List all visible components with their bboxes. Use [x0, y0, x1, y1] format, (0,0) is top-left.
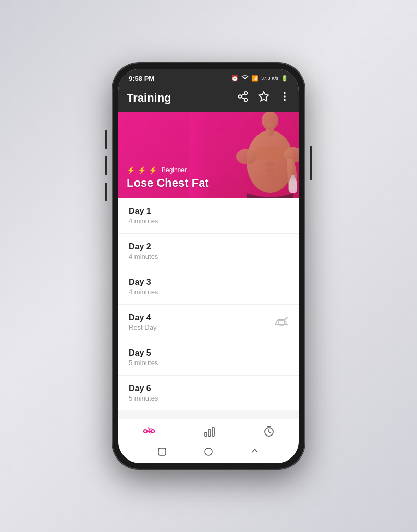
svg-point-0 [244, 92, 248, 95]
bolt-icon-2: ⚡ [138, 166, 146, 174]
triangle-icon [250, 447, 260, 456]
day-sub-1: 4 minutes [129, 217, 158, 225]
svg-marker-5 [259, 92, 268, 101]
android-back-btn[interactable] [157, 446, 167, 457]
svg-point-12 [267, 146, 286, 160]
square-icon [157, 447, 167, 456]
status-bar: 9:58 PM ⏰ 📶 37.3 K/s 🔋 [118, 69, 299, 86]
status-icons: ⏰ 📶 37.3 K/s 🔋 [231, 74, 288, 82]
day-info-4: Day 4 Rest Day [129, 313, 156, 331]
svg-point-14 [265, 168, 275, 173]
android-nav [118, 442, 299, 463]
bottom-nav [118, 419, 299, 442]
android-home-btn[interactable] [203, 446, 214, 457]
android-recent-btn[interactable] [250, 446, 260, 457]
day-name-2: Day 2 [129, 242, 158, 251]
timer-icon [263, 426, 275, 437]
day-info-2: Day 2 4 minutes [129, 242, 158, 260]
bolt-icon-1: ⚡ [127, 166, 136, 174]
day-item-2[interactable]: Day 2 4 minutes [118, 234, 299, 269]
day-info-1: Day 1 4 minutes [129, 207, 158, 225]
svg-rect-29 [205, 432, 207, 436]
bookmark-button[interactable] [258, 91, 269, 105]
day-name-4: Day 4 [129, 313, 156, 322]
day-item-6[interactable]: Day 6 5 minutes [118, 376, 299, 410]
circle-icon [204, 447, 213, 456]
svg-rect-33 [158, 448, 166, 455]
more-button[interactable] [279, 91, 290, 105]
svg-point-15 [266, 174, 274, 179]
svg-point-24 [144, 430, 147, 433]
svg-rect-19 [289, 180, 297, 193]
battery-icon: 🔋 [281, 75, 288, 82]
svg-point-7 [284, 96, 285, 97]
rest-day-icon [275, 315, 288, 329]
day-sub-3: 4 minutes [129, 288, 158, 296]
signal-icon: 📶 [251, 75, 259, 82]
hero-banner[interactable]: ⚡ ⚡ ⚡ Beginner Lose Chest Fat [118, 112, 299, 198]
day-item-4[interactable]: Day 4 Rest Day [118, 305, 299, 340]
stats-icon [204, 426, 215, 437]
svg-rect-30 [208, 430, 211, 436]
day-sub-4: Rest Day [129, 323, 156, 331]
nav-timer[interactable] [253, 424, 285, 439]
day-sub-6: 5 minutes [129, 394, 158, 402]
day-sub-2: 4 minutes [129, 252, 158, 260]
workout-icon [142, 426, 156, 437]
speed-text: 37.3 K/s [261, 76, 278, 81]
svg-point-34 [205, 448, 212, 455]
day-list: Day 1 4 minutes Day 2 4 minutes Day 3 4 … [118, 198, 299, 410]
nav-bar: Training [118, 86, 299, 112]
main-content[interactable]: ⚡ ⚡ ⚡ Beginner Lose Chest Fat [118, 112, 299, 419]
day-name-3: Day 3 [129, 277, 158, 287]
phone-screen: 9:58 PM ⏰ 📶 37.3 K/s 🔋 Training [118, 69, 299, 463]
nav-stats[interactable] [193, 424, 226, 439]
hero-level: Beginner [162, 166, 187, 174]
status-time: 9:58 PM [129, 75, 154, 82]
svg-point-13 [265, 161, 275, 167]
day-name-5: Day 5 [129, 348, 158, 358]
nav-title: Training [127, 91, 171, 105]
hero-badges: ⚡ ⚡ ⚡ Beginner [127, 166, 209, 174]
svg-point-1 [239, 95, 242, 98]
day-name-1: Day 1 [129, 207, 158, 216]
day-item-5[interactable]: Day 5 5 minutes [118, 340, 299, 376]
bolt-icon-3: ⚡ [149, 166, 157, 174]
svg-point-2 [244, 99, 248, 102]
svg-point-22 [236, 149, 257, 164]
svg-point-25 [151, 430, 154, 433]
svg-line-3 [241, 97, 244, 99]
day-info-3: Day 3 4 minutes [129, 277, 158, 296]
phone-frame: 9:58 PM ⏰ 📶 37.3 K/s 🔋 Training [112, 63, 305, 469]
day-info-5: Day 5 5 minutes [129, 348, 158, 367]
svg-point-17 [262, 112, 278, 130]
hero-title: Lose Chest Fat [127, 176, 209, 190]
svg-rect-21 [291, 175, 295, 179]
day-name-6: Day 6 [129, 384, 158, 393]
hero-content: ⚡ ⚡ ⚡ Beginner Lose Chest Fat [127, 166, 209, 190]
day-sub-5: 5 minutes [129, 359, 158, 367]
nav-workout[interactable] [132, 424, 166, 439]
svg-rect-31 [212, 428, 214, 436]
svg-point-6 [284, 93, 285, 94]
nav-actions [237, 91, 290, 105]
wifi-icon [241, 74, 249, 82]
day-item-3[interactable]: Day 3 4 minutes [118, 269, 299, 305]
day-info-6: Day 6 5 minutes [129, 384, 158, 402]
day-item-1[interactable]: Day 1 4 minutes [118, 198, 299, 234]
share-button[interactable] [237, 91, 249, 105]
svg-line-4 [241, 94, 244, 96]
svg-point-8 [284, 100, 285, 101]
alarm-icon: ⏰ [231, 75, 239, 82]
